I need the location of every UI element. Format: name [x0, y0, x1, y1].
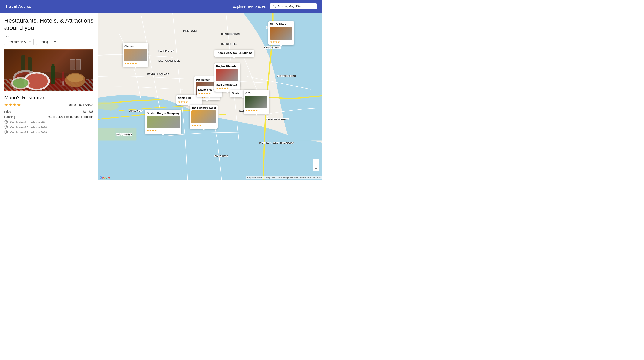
svg-line-1: [275, 7, 276, 8]
restaurant-image: [4, 49, 94, 91]
svg-point-17: [6, 131, 7, 133]
left-panel: Restaurants, Hotels, & Attractions aroun…: [0, 13, 98, 180]
svg-point-16: [6, 126, 7, 127]
svg-point-15: [6, 121, 7, 122]
popup-stars: ★★★★★: [198, 92, 220, 95]
svg-point-8: [13, 78, 28, 88]
popup-name: O Ya: [245, 91, 268, 95]
popup-image: [245, 95, 268, 108]
svg-point-14: [67, 74, 83, 82]
type-filter[interactable]: Restaurants Hotels Attractions: [4, 38, 34, 45]
page-heading: Restaurants, Hotels, & Attractions aroun…: [4, 17, 94, 31]
header: Travel Advisor Explore new places: [0, 0, 322, 13]
map-popup-o-ya[interactable]: O Ya★★★★★: [244, 90, 269, 114]
popup-stars: ★★★★: [147, 129, 180, 132]
popup-name: The Friendly Toast: [192, 106, 216, 110]
review-count: out of 287 reviews: [69, 103, 94, 107]
popup-name: Regina Pizzeria: [216, 65, 238, 68]
chevron-down-icon: [29, 41, 31, 43]
svg-point-0: [273, 5, 275, 7]
popup-image: [124, 48, 146, 61]
filter-type-label: Type: [4, 35, 94, 38]
rating-filter[interactable]: Rating ★★★★★ ★★★★: [36, 38, 63, 45]
price-row: Price $$ - $$$: [4, 110, 94, 113]
map-popup-friendly-toast[interactable]: The Friendly Toast★★★★: [190, 105, 218, 129]
achievement-row: Certificate of Excellence 2020: [4, 125, 94, 129]
search-icon: [272, 5, 276, 8]
map-popup-oleana[interactable]: Oleana★★★★★: [123, 43, 148, 67]
stars-row: ★★★★ out of 287 reviews: [4, 102, 94, 107]
achievement-text: Certificate of Excellence 2020: [10, 126, 47, 129]
popup-image: [147, 115, 180, 128]
filters: Type Restaurants Hotels Attractions Rati…: [4, 35, 94, 45]
map-popup-rinos-place[interactable]: Rino's Place★★★★: [268, 21, 294, 45]
popup-name: Saltie Girl: [178, 96, 200, 100]
popup-name: Theo's Cozy Co..La Summa: [216, 51, 252, 54]
map-area[interactable]: CHARLESTOWNBUNKER HILLEAST BOSTONINNER B…: [98, 13, 322, 180]
map-popup-theo-cozy[interactable]: Theo's Cozy Co..La Summa: [214, 49, 254, 57]
chevron-down-icon: [58, 41, 61, 43]
svg-rect-11: [51, 66, 55, 84]
svg-rect-10: [61, 85, 65, 85]
achievement-text: Certificate of Excellence 2019: [10, 131, 47, 134]
filter-row: Restaurants Hotels Attractions Rating ★★…: [4, 38, 94, 45]
svg-rect-12: [52, 64, 54, 67]
price-value: $$ - $$$: [83, 110, 94, 113]
type-select[interactable]: Restaurants Hotels Attractions: [6, 40, 27, 44]
zoom-controls: + −: [313, 159, 320, 171]
rating-select[interactable]: Rating ★★★★★ ★★★★: [38, 40, 57, 44]
map-popup-boston-burger[interactable]: Boston Burger Company★★★★: [145, 110, 181, 134]
popup-stars: ★★★★★: [245, 109, 268, 112]
popup-stars: ★★★★: [192, 124, 216, 127]
achievements: Certificate of Excellence 2021 Certifica…: [4, 120, 94, 134]
svg-rect-19: [98, 128, 115, 140]
popup-stars: ★★★★★: [124, 62, 146, 65]
achievement-row: Certificate of Excellence 2019: [4, 130, 94, 134]
ranking-row: Ranking #1 of 2,497 Restaurants in Bosto…: [4, 115, 94, 118]
popup-image: [270, 27, 292, 39]
ranking-value: #1 of 2,497 Restaurants in Boston: [48, 115, 94, 118]
map-attribution: Keyboard shortcuts Map data ©2022 Google…: [246, 176, 322, 179]
popup-name: Oleana: [124, 44, 146, 48]
zoom-out-button[interactable]: −: [313, 165, 319, 171]
search-box[interactable]: [270, 3, 317, 9]
popup-stars: ★★★★: [270, 40, 292, 43]
popup-name: Rino's Place: [270, 23, 292, 26]
svg-rect-9: [62, 81, 64, 85]
pin-icon: [4, 120, 8, 124]
svg-rect-20: [115, 128, 136, 140]
restaurant-name: Mario's Restaurant: [4, 95, 94, 101]
restaurant-stars: ★★★★: [4, 102, 21, 107]
popup-name: Boston Burger Company: [147, 111, 180, 115]
header-right: Explore new places: [232, 3, 317, 9]
popup-image: [216, 69, 238, 81]
pin-icon: [4, 125, 8, 129]
attribution-text: Keyboard shortcuts Map data ©2022 Google…: [247, 176, 321, 179]
popup-image: [192, 110, 216, 123]
app-title: Travel Advisor: [5, 4, 33, 9]
popup-name: Sam LaGrassa's: [216, 83, 238, 86]
achievement-row: Certificate of Excellence 2021: [4, 120, 94, 124]
achievement-text: Certificate of Excellence 2021: [10, 121, 47, 124]
popup-stars: ★★★★: [178, 100, 200, 103]
main-layout: Restaurants, Hotels, & Attractions aroun…: [0, 13, 322, 180]
pin-icon: [4, 130, 8, 134]
explore-label: Explore new places: [232, 4, 266, 9]
google-logo: Google: [100, 176, 110, 179]
ranking-label: Ranking: [4, 115, 15, 118]
zoom-in-button[interactable]: +: [313, 159, 319, 165]
price-label: Price: [4, 110, 11, 113]
search-input[interactable]: [278, 5, 314, 8]
